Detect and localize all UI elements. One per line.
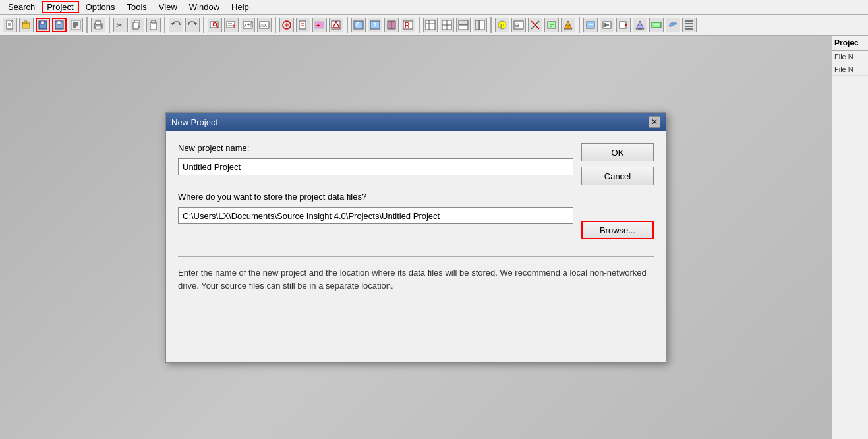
project-name-label: New project name: bbox=[178, 143, 573, 153]
browse-button[interactable]: Browse... bbox=[581, 221, 654, 239]
content-area: New Project ✕ New project name: OK Cance… bbox=[0, 36, 832, 439]
tb-sym1-button[interactable] bbox=[279, 18, 294, 32]
svg-rect-60 bbox=[459, 20, 468, 24]
menu-window[interactable]: Window bbox=[184, 1, 225, 13]
dialog-left-col: New project name: bbox=[178, 143, 573, 175]
tb-sym5-button[interactable]: R bbox=[401, 18, 415, 32]
svg-rect-20 bbox=[152, 20, 156, 23]
tb-search3-button[interactable]: x+f bbox=[241, 18, 255, 32]
tb-redo-button[interactable] bbox=[185, 18, 200, 32]
store-path-input[interactable] bbox=[178, 207, 573, 224]
tb-open-button[interactable] bbox=[19, 18, 34, 32]
tb-tbl1-button[interactable] bbox=[423, 18, 438, 32]
sep7 bbox=[419, 17, 420, 33]
tb-tbl4-button[interactable] bbox=[473, 18, 487, 32]
tb-sym4-button[interactable] bbox=[329, 18, 343, 32]
tb-new-button[interactable] bbox=[3, 18, 17, 32]
menu-search[interactable]: Search bbox=[3, 1, 40, 13]
project-name-input[interactable] bbox=[178, 158, 573, 175]
tb-misc2-button[interactable]: ⊞ bbox=[511, 18, 526, 32]
tb-btn5[interactable] bbox=[69, 18, 83, 32]
tb-extra5-button[interactable] bbox=[649, 18, 664, 32]
tb-nav2-button[interactable] bbox=[368, 18, 382, 32]
menu-bar: Search Project Options Tools View Window… bbox=[0, 0, 868, 15]
svg-rect-8 bbox=[57, 21, 61, 24]
toolbar: ✂ ⊕ x+f ⌂x ✦ bbox=[0, 15, 868, 36]
dialog-titlebar: New Project ✕ bbox=[166, 113, 666, 131]
sep4 bbox=[203, 17, 204, 33]
tb-extra2-button[interactable] bbox=[600, 18, 614, 32]
tb-extra6-button[interactable] bbox=[682, 18, 697, 32]
right-panel-header: Projec bbox=[832, 36, 868, 51]
dialog-separator bbox=[178, 256, 654, 257]
tb-search4-button[interactable]: ⌂x bbox=[257, 18, 272, 32]
svg-text:⊕: ⊕ bbox=[232, 23, 236, 28]
sep6 bbox=[347, 17, 348, 33]
tb-saveas-button[interactable] bbox=[52, 18, 67, 32]
tb-sym3-button[interactable]: ✦ bbox=[312, 18, 327, 32]
svg-rect-75 bbox=[587, 22, 594, 28]
tb-copy-button[interactable] bbox=[130, 18, 144, 32]
tb-book-button[interactable] bbox=[384, 18, 399, 32]
tb-sym2-button[interactable] bbox=[296, 18, 310, 32]
tb-cut-button[interactable]: ✂ bbox=[113, 18, 128, 32]
svg-rect-63 bbox=[480, 20, 484, 30]
dialog-body: New project name: OK Cancel Where do you… bbox=[166, 131, 666, 301]
svg-rect-18 bbox=[133, 22, 138, 29]
sep2 bbox=[109, 17, 110, 33]
tb-extra4-button[interactable] bbox=[633, 18, 647, 32]
dialog-title: New Project bbox=[171, 117, 217, 127]
svg-text:P: P bbox=[500, 22, 504, 29]
project-name-row: New project name: OK Cancel bbox=[178, 143, 654, 185]
menu-project[interactable]: Project bbox=[42, 1, 78, 13]
tb-nav1-button[interactable] bbox=[351, 18, 366, 32]
svg-rect-84 bbox=[652, 22, 661, 28]
tb-search2-button[interactable]: ⊕ bbox=[224, 18, 239, 32]
tb-save-button[interactable] bbox=[36, 18, 50, 32]
svg-rect-3 bbox=[22, 23, 30, 28]
right-panel: Projec File N File N bbox=[832, 36, 868, 439]
tb-misc3-button[interactable] bbox=[528, 18, 542, 32]
svg-text:x+f: x+f bbox=[244, 22, 252, 28]
sep8 bbox=[490, 17, 492, 33]
tb-misc1-button[interactable]: P bbox=[495, 18, 509, 32]
tb-search1-button[interactable] bbox=[208, 18, 222, 32]
svg-rect-14 bbox=[96, 21, 101, 24]
menu-help[interactable]: Help bbox=[226, 1, 254, 13]
dialog-close-button[interactable]: ✕ bbox=[649, 116, 660, 128]
store-path-label: Where do you want to store the project d… bbox=[178, 192, 573, 202]
main-area: New Project ✕ New project name: OK Cance… bbox=[0, 36, 868, 439]
svg-rect-54 bbox=[426, 20, 435, 30]
store-path-row: Where do you want to store the project d… bbox=[178, 192, 654, 239]
svg-rect-44 bbox=[354, 21, 363, 29]
tb-misc5-button[interactable]: ! bbox=[561, 18, 575, 32]
cancel-button[interactable]: Cancel bbox=[581, 167, 654, 185]
right-panel-row-1: File N bbox=[832, 51, 868, 63]
browse-col: Browse... bbox=[581, 192, 654, 239]
tb-misc4-button[interactable] bbox=[544, 18, 559, 32]
tb-paste-button[interactable] bbox=[146, 18, 161, 32]
sep5 bbox=[275, 17, 276, 33]
tb-extra3-button[interactable] bbox=[616, 18, 631, 32]
tb-extra1-button[interactable] bbox=[583, 18, 598, 32]
menu-options[interactable]: Options bbox=[80, 1, 121, 13]
menu-view[interactable]: View bbox=[154, 1, 183, 13]
dialog-info-text: Enter the name of the new project and th… bbox=[178, 266, 654, 292]
sep9 bbox=[579, 17, 580, 33]
tb-bird-button[interactable] bbox=[666, 18, 680, 32]
svg-marker-4 bbox=[22, 21, 27, 23]
svg-rect-37 bbox=[299, 21, 306, 29]
ok-button[interactable]: OK bbox=[581, 143, 654, 161]
tb-tbl3-button[interactable] bbox=[456, 18, 471, 32]
svg-rect-61 bbox=[459, 25, 468, 30]
svg-rect-19 bbox=[150, 22, 156, 30]
menu-tools[interactable]: Tools bbox=[121, 1, 152, 13]
svg-rect-15 bbox=[96, 26, 101, 29]
dialog-overlay: New Project ✕ New project name: OK Cance… bbox=[0, 36, 832, 439]
svg-text:✂: ✂ bbox=[116, 20, 123, 30]
svg-text:!: ! bbox=[567, 24, 569, 30]
tb-tbl2-button[interactable] bbox=[440, 18, 454, 32]
tb-undo-button[interactable] bbox=[169, 18, 183, 32]
tb-print-button[interactable] bbox=[91, 18, 105, 32]
svg-rect-70 bbox=[548, 22, 556, 28]
